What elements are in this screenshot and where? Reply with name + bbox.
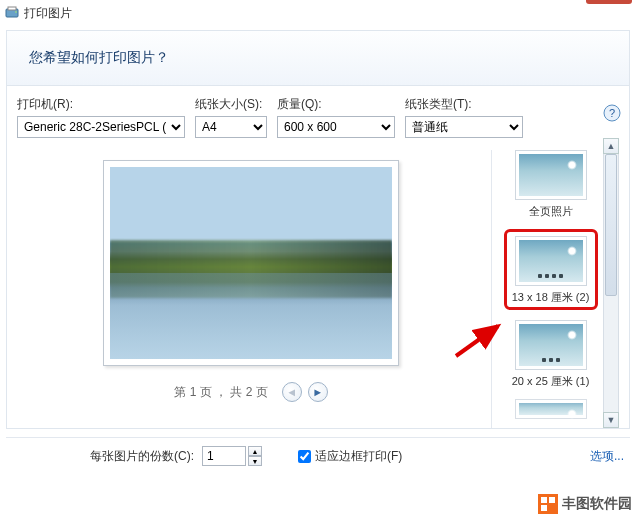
copies-down-button[interactable]: ▼ [248, 456, 262, 466]
quality-select[interactable]: 600 x 600 [277, 116, 395, 138]
header-band: 您希望如何打印图片？ [6, 30, 630, 86]
svg-rect-9 [541, 505, 547, 511]
svg-rect-1 [8, 7, 16, 10]
scroll-track[interactable] [603, 154, 619, 412]
template-label: 全页照片 [529, 204, 573, 219]
footer: 每张图片的份数(C): ▲ ▼ 适应边框打印(F) 选项... [6, 437, 630, 466]
template-label: 20 x 25 厘米 (1) [512, 374, 590, 389]
preview-frame [103, 160, 399, 366]
window-close-bar[interactable] [586, 0, 632, 4]
pager: 第 1 页 ， 共 2 页 ◄ ► [174, 382, 327, 402]
help-icon[interactable]: ? [603, 104, 621, 122]
watermark-logo-icon [538, 494, 558, 514]
pager-text: 第 1 页 ， 共 2 页 [174, 384, 267, 401]
next-page-button[interactable]: ► [308, 382, 328, 402]
svg-line-5 [456, 326, 498, 356]
copies-label: 每张图片的份数(C): [90, 448, 194, 465]
paper-size-label: 纸张大小(S): [195, 96, 267, 113]
template-more[interactable] [504, 399, 598, 423]
scroll-up-button[interactable]: ▲ [603, 138, 619, 154]
title-bar: 打印图片 [0, 0, 636, 26]
printer-select[interactable]: Generic 28C-2SeriesPCL (副本 [17, 116, 185, 138]
quality-label: 质量(Q): [277, 96, 395, 113]
fit-frame-label: 适应边框打印(F) [315, 448, 402, 465]
app-icon [4, 5, 20, 21]
watermark-text: 丰图软件园 [562, 495, 632, 513]
window-title: 打印图片 [24, 5, 72, 22]
copies-input[interactable] [202, 446, 246, 466]
copies-spinner: ▲ ▼ [202, 446, 262, 466]
svg-rect-7 [541, 497, 547, 503]
paper-type-label: 纸张类型(T): [405, 96, 523, 113]
template-13x18[interactable]: 13 x 18 厘米 (2) [504, 229, 598, 310]
svg-point-2 [15, 11, 17, 13]
scroll-down-button[interactable]: ▼ [603, 412, 619, 428]
fit-frame-checkbox[interactable] [298, 450, 311, 463]
prev-page-button[interactable]: ◄ [282, 382, 302, 402]
annotation-arrow [450, 320, 510, 360]
paper-type-select[interactable]: 普通纸 [405, 116, 523, 138]
watermark: 丰图软件园 [538, 494, 632, 514]
template-20x25[interactable]: 20 x 25 厘米 (1) [504, 320, 598, 389]
svg-text:?: ? [609, 107, 615, 119]
preview-pane: 第 1 页 ， 共 2 页 ◄ ► [17, 150, 485, 428]
copies-up-button[interactable]: ▲ [248, 446, 262, 456]
header-question: 您希望如何打印图片？ [29, 49, 169, 65]
template-label: 13 x 18 厘米 (2) [512, 290, 590, 305]
options-link[interactable]: 选项... [590, 448, 624, 465]
scroll-thumb[interactable] [605, 154, 617, 296]
paper-size-select[interactable]: A4 [195, 116, 267, 138]
print-controls: 打印机(R): Generic 28C-2SeriesPCL (副本 纸张大小(… [17, 96, 619, 138]
layout-templates: 全页照片 13 x 18 厘米 (2) 20 x 25 厘米 (1) [491, 150, 603, 428]
template-full-page[interactable]: 全页照片 [504, 150, 598, 219]
preview-image [110, 167, 392, 359]
template-scrollbar[interactable]: ▲ ▼ [603, 138, 619, 428]
svg-rect-8 [549, 497, 555, 503]
printer-label: 打印机(R): [17, 96, 185, 113]
